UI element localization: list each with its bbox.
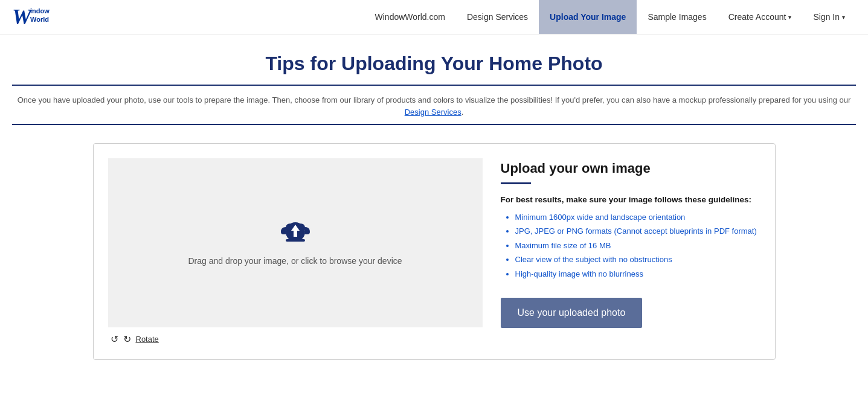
bottom-divider — [12, 124, 856, 125]
svg-text:World: World — [30, 16, 49, 23]
main-content: Tips for Uploading Your Home Photo Once … — [0, 34, 868, 378]
guideline-item: Clear view of the subject with no obstru… — [515, 252, 760, 266]
logo[interactable]: W indow World — [12, 2, 56, 32]
nav-item-sign-in[interactable]: Sign In ▾ — [802, 0, 856, 34]
panel-divider — [501, 182, 531, 184]
right-panel: Upload your own image For best results, … — [501, 158, 760, 345]
svg-text:indow: indow — [30, 7, 50, 14]
drop-zone-text: Drag and drop your image, or click to br… — [188, 256, 402, 266]
nav-item-create-account[interactable]: Create Account ▾ — [718, 0, 803, 34]
nav-item-windowworld[interactable]: WindowWorld.com — [364, 0, 456, 34]
rotate-bar: ↺ ↻ Rotate — [108, 327, 483, 345]
rotate-left-icon[interactable]: ↺ — [111, 333, 118, 345]
svg-rect-5 — [286, 239, 305, 242]
drop-zone[interactable]: Drag and drop your image, or click to br… — [108, 158, 483, 327]
guideline-item: JPG, JPEG or PNG formats (Cannot accept … — [515, 224, 760, 238]
guideline-item: Minimum 1600px wide and landscape orient… — [515, 210, 760, 224]
navbar: W indow World WindowWorld.com Design Ser… — [0, 0, 868, 34]
use-photo-button[interactable]: Use your uploaded photo — [501, 298, 643, 328]
drop-zone-wrapper: Drag and drop your image, or click to br… — [108, 158, 483, 345]
rotate-right-icon[interactable]: ↻ — [123, 333, 131, 345]
guidelines-list: Minimum 1600px wide and landscape orient… — [501, 210, 760, 281]
design-services-link[interactable]: Design Services — [405, 108, 461, 117]
chevron-down-icon: ▾ — [788, 14, 791, 21]
guidelines-heading: For best results, make sure your image f… — [501, 195, 760, 204]
rotate-link[interactable]: Rotate — [136, 335, 159, 344]
nav-links: WindowWorld.com Design Services Upload Y… — [364, 0, 856, 34]
nav-item-upload-image[interactable]: Upload Your Image — [539, 0, 637, 34]
nav-item-design-services[interactable]: Design Services — [456, 0, 539, 34]
upload-cloud-icon — [280, 220, 311, 249]
page-title: Tips for Uploading Your Home Photo — [12, 53, 856, 75]
panel-title: Upload your own image — [501, 161, 760, 176]
nav-item-sample-images[interactable]: Sample Images — [637, 0, 717, 34]
intro-text: Once you have uploaded your photo, use o… — [12, 94, 856, 118]
chevron-down-icon: ▾ — [842, 14, 845, 21]
top-divider — [12, 85, 856, 86]
guideline-item: Maximum file size of 16 MB — [515, 239, 760, 252]
guideline-item: High-quality image with no blurriness — [515, 267, 760, 281]
upload-card: Drag and drop your image, or click to br… — [93, 143, 776, 360]
